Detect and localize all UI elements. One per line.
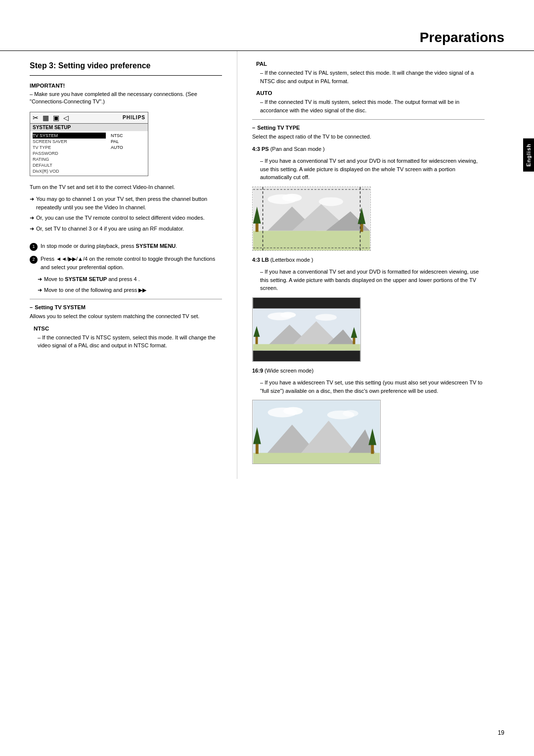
important-text: – Make sure you have completed all the n… — [30, 91, 222, 106]
menu-items: TV SYSTEM SCREEN SAVER TV TYPE PASSWORD … — [30, 131, 148, 176]
step-heading: Step 3: Setting video preference — [30, 61, 222, 76]
menu-item-tvtype: TV TYPE — [33, 144, 106, 150]
wide-label-line: 16:9 (Wide screen mode) — [252, 367, 485, 375]
arrow-item-3: ➜ Or, set TV to channel 3 or 4 if you ar… — [30, 225, 222, 233]
wide-label-suffix: (Wide screen mode) — [265, 368, 313, 374]
philips-logo: PHILIPS — [123, 115, 145, 120]
wide-label: 16:9 — [252, 368, 263, 374]
lb-label-suffix: (Letterbox mode ) — [270, 257, 313, 263]
arrow-text-2: Or, you can use the TV remote control to… — [36, 214, 205, 222]
menu-item-tvsystem: TV SYSTEM — [33, 133, 106, 139]
arrow-text-3: Or, set TV to channel 3 or 4 if you are … — [36, 225, 184, 233]
svg-point-34 — [343, 410, 358, 417]
lb-svg — [253, 298, 360, 361]
arrow-item-1: ➜ You may go to channel 1 on your TV set… — [30, 195, 222, 211]
menu-value-auto: AUTO — [111, 144, 145, 150]
svg-rect-25 — [253, 344, 360, 350]
settings-icon: ▣ — [53, 114, 59, 122]
menu-item-divx: DivX(R) VOD — [33, 168, 106, 174]
auto-text: – If the connected TV is multi system, s… — [252, 98, 485, 114]
page-title: Preparations — [0, 30, 534, 51]
menu-screenshot: ✂ ▦ ▣ ◁ PHILIPS SYSTEM SETUP TV SYSTEM S… — [30, 112, 148, 176]
menu-left-items: TV SYSTEM SCREEN SAVER TV TYPE PASSWORD … — [30, 133, 108, 174]
step-num-2: 2 — [30, 256, 38, 264]
menu-item-rating: RATING — [33, 156, 106, 162]
svg-point-2 — [282, 193, 302, 201]
arrow-sym-4: ➜ — [38, 275, 42, 284]
arrow-sym-1: ➜ — [30, 195, 34, 203]
english-tab: English — [523, 139, 534, 172]
divider-1 — [30, 299, 222, 299]
menu-value-ntsc: NTSC — [111, 133, 145, 139]
ps-svg — [253, 187, 370, 250]
arrow-item-2: ➜ Or, you can use the TV remote control … — [30, 214, 222, 222]
svg-rect-26 — [256, 335, 258, 344]
ntsc-text: – If the connected TV is NTSC system, se… — [30, 333, 222, 350]
pal-text: – If the connected TV is PAL system, sel… — [252, 69, 485, 85]
menu-item-screensaver: SCREEN SAVER — [33, 139, 106, 144]
ntsc-label: NTSC — [34, 326, 222, 331]
svg-point-21 — [315, 314, 337, 321]
ps-label-line: 4:3 PS (Pan and Scan mode ) — [252, 145, 485, 153]
lb-image — [252, 297, 361, 362]
menu-right-values: NTSC PAL AUTO — [108, 133, 148, 174]
svg-rect-28 — [353, 336, 356, 344]
menu-title: SYSTEM SETUP — [30, 124, 148, 131]
body-text-1: Turn on the TV set and set it to the cor… — [30, 183, 222, 191]
sub-heading-tvtype: – Setting TV TYPE — [252, 125, 485, 131]
arrow-text-1: You may go to channel 1 on your TV set, … — [36, 195, 222, 211]
dash-sym: – — [30, 304, 33, 310]
auto-label: AUTO — [256, 90, 485, 96]
menu-item-password: PASSWORD — [33, 150, 106, 156]
ps-label-suffix: (Pan and Scan mode ) — [270, 146, 325, 152]
svg-rect-17 — [253, 350, 360, 361]
lb-label: 4:3 LB — [252, 257, 269, 263]
menu-item-default: DEFAULT — [33, 162, 106, 168]
grid-icon: ▦ — [43, 114, 49, 122]
divider-2 — [252, 119, 485, 120]
svg-rect-16 — [253, 298, 360, 309]
arrow-sym-5: ➜ — [38, 286, 42, 294]
tvtype-text: Select the aspect ratio of the TV to be … — [252, 133, 485, 141]
step-num-1: 1 — [30, 243, 38, 251]
dash-sym-2: – — [252, 125, 255, 131]
wide-text: – If you have a widescreen TV set, use t… — [252, 378, 485, 395]
important-label: IMPORTANT! — [30, 83, 222, 89]
arrow-text-4: Move to SYSTEM SETUP and press 4 . — [44, 275, 140, 284]
right-column: PAL – If the connected TV is PAL system,… — [237, 51, 514, 479]
sub-heading-tvsystem: – Setting TV SYSTEM — [30, 304, 222, 310]
step-2-text: Press ◄◄/▶▶/▲/4 on the remote control to… — [41, 255, 222, 271]
lb-text: – If you have a conventional TV set and … — [252, 268, 485, 292]
arrow-sym-3: ➜ — [30, 225, 34, 233]
step-2: 2 Press ◄◄/▶▶/▲/4 on the remote control … — [30, 255, 222, 271]
menu-value-pal: PAL — [111, 139, 145, 144]
scissors-icon: ✂ — [33, 114, 39, 122]
svg-point-20 — [280, 312, 296, 318]
page-number: 19 — [498, 729, 504, 736]
arrow-sym-2: ➜ — [30, 214, 34, 222]
svg-rect-7 — [253, 231, 370, 250]
ps-label: 4:3 PS — [252, 146, 269, 152]
left-column: Step 3: Setting video preference IMPORTA… — [0, 51, 237, 479]
svg-rect-38 — [253, 453, 380, 464]
svg-point-32 — [283, 407, 303, 415]
lb-label-line: 4:3 LB (Letterbox mode ) — [252, 256, 485, 264]
arrow-item-5: ➜ Move to one of the following and press… — [30, 286, 222, 294]
step-1-text: In stop mode or during playback, press S… — [41, 242, 177, 250]
tvsystem-text: Allows you to select the colour system m… — [30, 312, 222, 321]
menu-header: ✂ ▦ ▣ ◁ PHILIPS — [30, 112, 148, 124]
page-container: Preparations English Step 3: Setting vid… — [0, 0, 534, 756]
sub-heading-tvtype-label: Setting TV TYPE — [257, 125, 300, 131]
wide-svg — [253, 400, 380, 464]
svg-point-3 — [319, 197, 343, 206]
arrow-text-5: Move to one of the following and press ▶… — [44, 286, 146, 294]
pal-label: PAL — [256, 61, 485, 67]
arrow-item-4: ➜ Move to SYSTEM SETUP and press 4 . — [30, 275, 222, 284]
sound-icon: ◁ — [63, 114, 69, 122]
wide-image — [252, 400, 381, 464]
ps-text: – If you have a conventional TV set and … — [252, 157, 485, 182]
content-columns: Step 3: Setting video preference IMPORTA… — [0, 51, 534, 479]
step-1: 1 In stop mode or during playback, press… — [30, 242, 222, 251]
sub-heading-label: Setting TV SYSTEM — [35, 304, 86, 310]
ps-image — [252, 187, 371, 251]
